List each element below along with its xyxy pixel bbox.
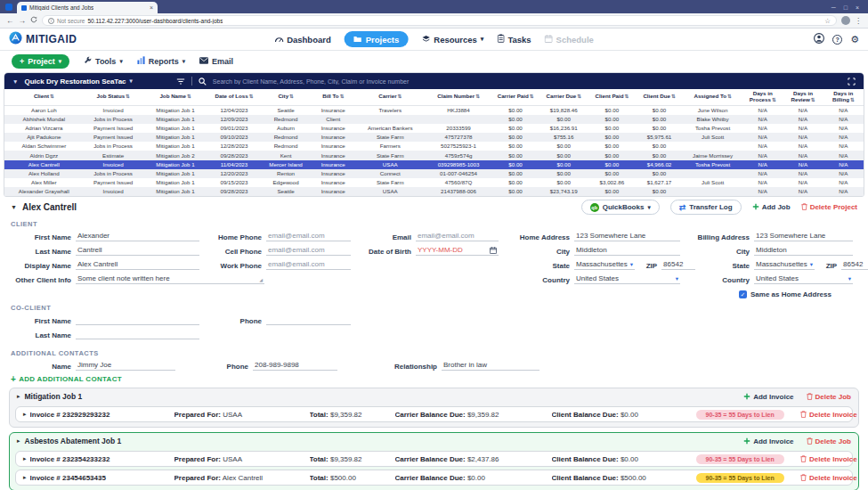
nav-projects[interactable]: Projects xyxy=(345,31,409,47)
last-name-input[interactable]: Cantrell xyxy=(76,246,199,256)
home-state-select[interactable]: Massachusettes▾ xyxy=(574,260,635,270)
co-phone-input[interactable] xyxy=(266,316,351,325)
table-row[interactable]: Abhishek MondalJobs in ProcessMitigation… xyxy=(4,115,864,124)
add-additional-contact-button[interactable]: + ADD ADDITIONAL CONTACT xyxy=(11,374,857,384)
expand-table-icon[interactable] xyxy=(848,78,856,86)
column-header[interactable]: Client⇅ xyxy=(4,89,84,105)
co-first-name-input[interactable] xyxy=(76,316,199,325)
home-country-select[interactable]: United States▾ xyxy=(574,274,680,284)
maximize-icon[interactable]: □ xyxy=(844,4,848,11)
delete-invoice-button[interactable]: Delete Invoice xyxy=(788,474,857,482)
co-last-name-input[interactable] xyxy=(76,331,199,339)
sort-icon[interactable]: ⇅ xyxy=(475,94,480,99)
contact-phone-input[interactable]: 208-989-9898 xyxy=(253,361,337,371)
contact-relationship-input[interactable]: Brother in law xyxy=(442,361,539,371)
column-header[interactable]: City⇅ xyxy=(261,89,312,105)
table-row[interactable]: Alex HollandJobs in ProcessMitigation Jo… xyxy=(4,169,864,178)
tools-menu[interactable]: Tools ▾ xyxy=(84,56,123,66)
table-row[interactable]: Aldrin DgzzEstimateMitigation Job 209/28… xyxy=(4,151,864,159)
column-header[interactable]: Job Status⇅ xyxy=(84,89,143,105)
delete-invoice-button[interactable]: Delete Invoice xyxy=(788,411,857,419)
project-button[interactable]: + Project ▾ xyxy=(12,54,69,69)
delete-project-button[interactable]: Delete Project xyxy=(801,203,857,212)
column-header[interactable]: Client Paid⇅ xyxy=(588,89,636,105)
caret-right-icon[interactable]: ▸ xyxy=(17,437,20,445)
reports-menu[interactable]: Reports ▾ xyxy=(137,56,185,66)
column-header[interactable]: Job Name⇅ xyxy=(143,89,208,105)
home-city-input[interactable]: Middleton xyxy=(574,246,680,256)
column-header[interactable]: Days in Billing⇅ xyxy=(823,89,864,105)
caret-right-icon[interactable]: ▸ xyxy=(17,393,20,400)
billing-state-select[interactable]: Massachusettes▾ xyxy=(754,260,815,270)
delete-job-button[interactable]: Delete Job xyxy=(807,393,851,401)
home-phone-input[interactable]: email@email.com xyxy=(266,232,351,241)
sort-icon[interactable]: ⇅ xyxy=(187,94,191,99)
sort-icon[interactable]: ⇅ xyxy=(772,97,776,102)
other-client-info-input[interactable]: Some client note written here◢ xyxy=(76,274,264,284)
table-row[interactable]: Adrian VizcarraPayment IssuedMitigation … xyxy=(4,124,864,133)
add-job-button[interactable]: Add Job xyxy=(752,203,791,212)
browser-menu-icon[interactable]: ⋮ xyxy=(855,17,862,25)
resize-handle-icon[interactable]: ◢ xyxy=(259,277,263,282)
table-row[interactable]: Alexander GraywhallInvoicedMitigation Jo… xyxy=(4,187,864,196)
billing-city-input[interactable]: Middleton xyxy=(754,246,853,256)
contact-name-input[interactable]: Jimmy Joe xyxy=(76,361,175,371)
same-as-home-checkbox[interactable]: ✓ xyxy=(739,290,747,298)
billing-country-select[interactable]: United States▾ xyxy=(754,274,853,284)
forward-icon[interactable]: → xyxy=(19,16,27,25)
sort-icon[interactable]: ⇅ xyxy=(50,94,54,99)
invoice-row[interactable]: ▸ Invoice # 232929293232 Prepared For: U… xyxy=(15,406,853,422)
column-header[interactable]: Bill To⇅ xyxy=(312,89,355,105)
column-header[interactable]: Carrier⇅ xyxy=(355,89,426,105)
nav-schedule[interactable]: Schedule xyxy=(545,35,594,45)
column-header[interactable]: Carrier Due⇅ xyxy=(539,89,588,105)
browser-profile-avatar[interactable] xyxy=(841,16,850,25)
tab-close-icon[interactable]: × xyxy=(150,4,153,11)
table-row[interactable]: Ajit PadukonePayment IssuedMitigation Jo… xyxy=(4,133,864,142)
search-icon[interactable] xyxy=(199,73,207,89)
invoice-row[interactable]: ▸ Invoice # 23454653435 Prepared For: Al… xyxy=(15,470,853,486)
caret-right-icon[interactable]: ▸ xyxy=(23,474,27,481)
company-selector[interactable]: Quick Dry Restoration SeaTac ▾ xyxy=(24,78,132,86)
browser-tab[interactable]: Mitigaid Clients and Jobs × xyxy=(17,2,158,13)
back-icon[interactable]: ← xyxy=(6,16,14,25)
column-header[interactable]: Days in Review⇅ xyxy=(783,89,823,105)
bookmark-star-icon[interactable]: ☆ xyxy=(824,17,831,25)
address-bar[interactable]: i Not secure 50.112.42.227:3000/user-das… xyxy=(42,15,837,26)
date-of-birth-input[interactable]: YYYY-MM-DD xyxy=(416,246,499,256)
calendar-icon[interactable] xyxy=(490,247,497,254)
billing-zip-input[interactable]: 86542 xyxy=(841,260,868,270)
column-header[interactable]: Carrier Paid⇅ xyxy=(491,89,539,105)
search-input[interactable] xyxy=(213,78,498,85)
column-header[interactable]: Days in Process⇅ xyxy=(742,89,783,105)
sort-icon[interactable]: ⇅ xyxy=(398,94,402,99)
column-header[interactable]: Client Due⇅ xyxy=(636,89,683,105)
sort-icon[interactable]: ⇅ xyxy=(625,94,629,99)
quickbooks-button[interactable]: qb QuickBooks ▾ xyxy=(581,200,660,215)
column-header[interactable]: Claim Number⇅ xyxy=(426,89,492,105)
site-info-icon[interactable]: i xyxy=(48,18,54,24)
filter-icon[interactable] xyxy=(176,78,185,86)
sort-icon[interactable]: ⇅ xyxy=(340,94,345,99)
user-avatar-icon[interactable] xyxy=(814,31,824,47)
email-input[interactable]: email@email.com xyxy=(416,232,499,241)
caret-right-icon[interactable]: ▸ xyxy=(23,411,27,418)
window-controls[interactable]: ─ □ × xyxy=(831,4,864,13)
reload-icon[interactable] xyxy=(30,16,37,25)
sort-icon[interactable]: ⇅ xyxy=(577,94,581,99)
nav-tasks[interactable]: Tasks xyxy=(497,34,531,45)
sort-icon[interactable]: ⇅ xyxy=(249,94,254,99)
job-header[interactable]: ▸ Asbestos Abatement Job 1 Add Invoice D… xyxy=(15,435,853,448)
sort-icon[interactable]: ⇅ xyxy=(727,94,732,99)
invoice-row[interactable]: ▸ Invoice # 232354233232 Prepared For: U… xyxy=(15,451,853,467)
table-row[interactable]: Aldan SchwimmerJobs in ProcessMitigation… xyxy=(4,142,864,151)
nav-dashboard[interactable]: Dashboard xyxy=(274,35,331,45)
column-header[interactable]: Assigned To⇅ xyxy=(683,89,742,105)
delete-job-button[interactable]: Delete Job xyxy=(807,437,851,445)
minimize-icon[interactable]: ─ xyxy=(831,4,836,11)
add-invoice-button[interactable]: Add Invoice xyxy=(743,393,793,401)
email-button[interactable]: Email xyxy=(199,57,233,66)
collapse-table-icon[interactable]: ▼ xyxy=(12,78,18,85)
add-invoice-button[interactable]: Add Invoice xyxy=(743,437,793,445)
nav-resources[interactable]: Resources ▾ xyxy=(421,35,483,45)
